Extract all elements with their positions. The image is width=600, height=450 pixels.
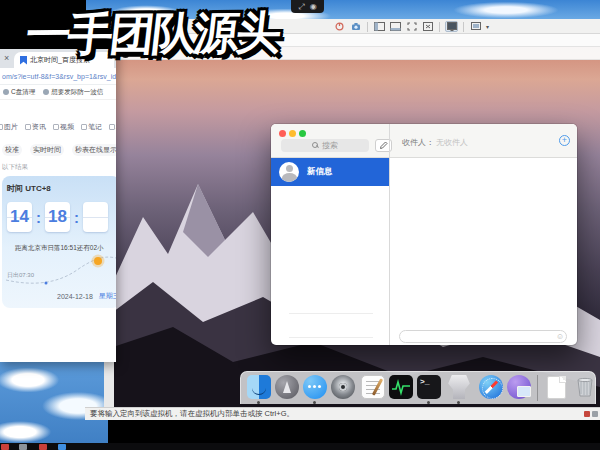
safari-icon[interactable]: [479, 375, 503, 399]
clock-colon: :: [36, 209, 41, 226]
sun-path-chart: [2, 252, 116, 286]
message-input[interactable]: ☺: [399, 330, 567, 343]
related-link[interactable]: 校准: [2, 144, 22, 156]
bookmarks-bar: C盘清理 想要发际防一波信: [0, 85, 116, 100]
zoom-button[interactable]: [299, 130, 306, 137]
running-indicator: [427, 401, 430, 404]
search-placeholder: 搜索: [322, 140, 338, 151]
thumbnail-bar-icon[interactable]: [389, 21, 402, 32]
related-links: 校准 实时时间 秒表在线显示 电: [2, 144, 116, 156]
sidebar-divider: [389, 124, 390, 345]
bookmark-label: 想要发际防一波信: [51, 88, 103, 97]
snapshot-icon[interactable]: [349, 21, 362, 32]
vm-device-icon[interactable]: [592, 411, 598, 417]
globe-icon: [3, 89, 9, 95]
messages-window: 搜索 收件人： 无收件人 + 新信息 ☺: [271, 124, 577, 345]
filter-notes[interactable]: 笔记: [81, 122, 102, 132]
file-explorer-icon[interactable]: [58, 444, 66, 450]
recipient-label: 收件人：: [402, 137, 434, 148]
vm-status-text: 要将输入定向到该虚拟机，请在虚拟机内部单击或按 Ctrl+G。: [90, 409, 294, 419]
conversation-name: 新信息: [307, 166, 333, 178]
close-icon[interactable]: ×: [4, 53, 9, 63]
add-recipient-button[interactable]: +: [559, 135, 570, 146]
trash-icon[interactable]: [573, 375, 597, 399]
messages-dock-icon[interactable]: [303, 375, 327, 399]
taskbar-app-icon[interactable]: [19, 444, 27, 450]
close-button[interactable]: [279, 130, 286, 137]
clock-colon: :: [74, 209, 79, 226]
installer-icon[interactable]: [447, 375, 471, 399]
fullscreen-icon[interactable]: [405, 21, 418, 32]
expand-icon[interactable]: ⤢: [298, 3, 304, 11]
clock-header: 时间 UTC+8: [7, 183, 51, 194]
document-icon[interactable]: [547, 376, 566, 399]
show-library-icon[interactable]: [373, 21, 386, 32]
filter-images[interactable]: 图片: [0, 122, 18, 132]
avatar: [279, 162, 299, 182]
activity-monitor-icon[interactable]: [389, 375, 413, 399]
date-label: 2024-12-18: [57, 293, 93, 300]
cycle-monitors-icon[interactable]: [469, 21, 482, 32]
clock-seconds-partial: [83, 202, 108, 232]
video-icon: [53, 124, 59, 130]
console-view-icon[interactable]: [445, 21, 458, 32]
vm-window-gutter: [104, 362, 114, 407]
address-bar[interactable]: om/s?ie=utf-8&f=3&rsv_bp=1&rsv_idx=1&: [0, 68, 116, 85]
recipient-field[interactable]: 无收件人: [436, 137, 468, 148]
map-icon: [109, 124, 115, 130]
pencil-icon: [379, 141, 388, 150]
screen-sharing-icon[interactable]: [507, 375, 531, 399]
running-indicator: [313, 401, 316, 404]
desktop-wallpaper-clouds: [0, 358, 108, 446]
flip-clock: 14 : 18 :: [7, 202, 108, 232]
toolbar-separator: [439, 22, 440, 32]
filter-maps[interactable]: 地图: [109, 122, 116, 132]
running-indicator: [257, 401, 260, 404]
conversation-item-selected[interactable]: 新信息: [271, 158, 389, 186]
filter-video[interactable]: 视频: [53, 122, 74, 132]
url-text: om/s?ie=utf-8&f=3&rsv_bp=1&rsv_idx=1&: [2, 73, 116, 80]
minimize-button[interactable]: [289, 130, 296, 137]
bookmark-item[interactable]: C盘清理: [3, 88, 35, 97]
results-note: 以下结果: [2, 163, 28, 172]
bookmark-item[interactable]: 想要发际防一波信: [43, 88, 103, 97]
clock-widget: 时间 UTC+8 14 : 18 : 距离北京市日落16:51还有02小 日出0…: [2, 176, 116, 308]
system-preferences-icon[interactable]: [331, 375, 355, 399]
power-icon[interactable]: [333, 21, 346, 32]
caption-overlay: 一手团队源头: [22, 3, 281, 65]
record-icon[interactable]: ◉: [310, 3, 317, 11]
textedit-icon[interactable]: [361, 375, 385, 399]
dock: >_: [240, 371, 596, 404]
vm-device-icon[interactable]: [584, 411, 590, 417]
related-link[interactable]: 实时时间: [30, 144, 64, 156]
image-icon: [0, 124, 3, 130]
sidebar-row-divider: [289, 313, 373, 314]
search-icon: [312, 142, 319, 149]
finder-icon[interactable]: [247, 375, 271, 399]
search-input[interactable]: 搜索: [281, 139, 369, 152]
launchpad-icon[interactable]: [275, 375, 299, 399]
clock-hours: 14: [7, 202, 32, 232]
note-icon: [81, 124, 87, 130]
filter-news[interactable]: 资讯: [25, 122, 46, 132]
windows-taskbar: [0, 443, 600, 450]
taskbar-app-icon[interactable]: [39, 444, 47, 450]
terminal-icon[interactable]: >_: [417, 375, 441, 399]
unity-icon[interactable]: [421, 21, 434, 32]
news-icon: [25, 124, 31, 130]
screen-tools-pill[interactable]: ⤢ ◉: [291, 0, 324, 13]
macos-screen: 搜索 收件人： 无收件人 + 新信息 ☺: [113, 47, 600, 407]
taskbar-app-icon[interactable]: [1, 444, 9, 450]
related-link[interactable]: 秒表在线显示: [72, 144, 116, 156]
chevron-down-icon[interactable]: ▾: [486, 23, 489, 30]
search-filter-tabs: 图片 资讯 视频 笔记 地图: [0, 122, 116, 132]
toolbar-separator: [367, 22, 368, 32]
vm-status-bar: 要将输入定向到该虚拟机，请在虚拟机内部单击或按 Ctrl+G。: [85, 407, 600, 420]
bookmark-label: C盘清理: [11, 88, 35, 97]
emoji-icon[interactable]: ☺: [556, 333, 564, 341]
browser-window: × 北京时间_百度搜索 om/s?ie=utf-8&f=3&rsv_bp=1&r…: [0, 49, 116, 362]
weekday-label: 星期三: [99, 291, 116, 301]
running-indicator: [457, 401, 460, 404]
clock-minutes: 18: [45, 202, 70, 232]
clock-icon: [43, 89, 49, 95]
